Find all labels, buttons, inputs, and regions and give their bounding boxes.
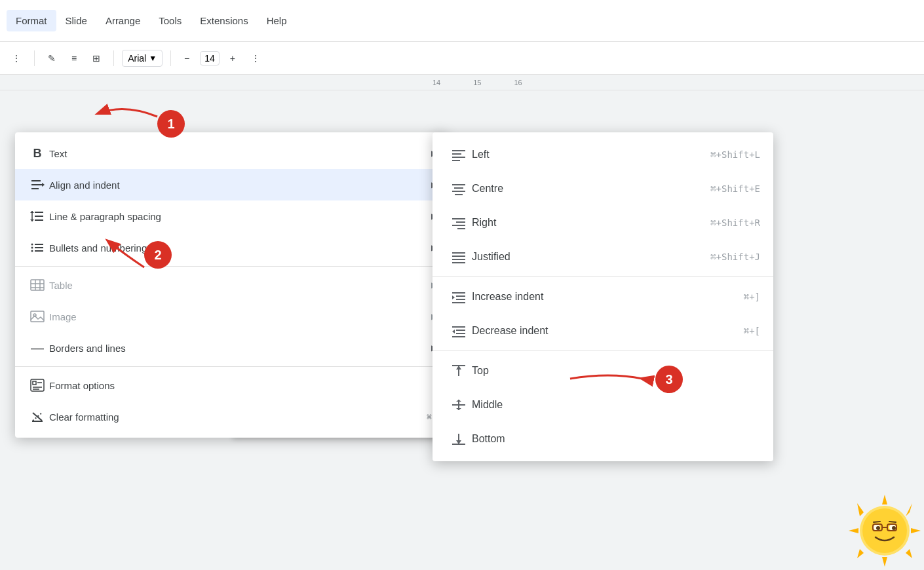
svg-marker-63 <box>456 408 461 410</box>
toolbar: ⋮ ✎ ≡ ⊞ Arial ▼ − 14 + ⋮ <box>0 42 924 75</box>
menu-item-borders[interactable]: — Borders and lines ▶ <box>15 332 448 364</box>
svg-marker-77 <box>906 549 912 558</box>
svg-rect-16 <box>31 280 44 290</box>
menu-item-bullets[interactable]: Bullets and numbering ▶ <box>15 232 448 263</box>
svg-line-87 <box>874 522 880 522</box>
menu-bar: Format Slide Arrange Tools Extensions He… <box>0 0 924 42</box>
submenu-item-increase-indent[interactable]: Increase indent ⌘+] <box>433 280 773 314</box>
separator-2 <box>15 366 448 367</box>
menu-arrange[interactable]: Arrange <box>96 10 149 31</box>
menu-tools[interactable]: Tools <box>149 10 191 31</box>
svg-marker-76 <box>857 549 864 558</box>
ruler-mark-15: 15 <box>473 79 481 86</box>
submenu-item-bottom[interactable]: Bottom <box>433 422 773 456</box>
font-size-value: 14 <box>204 53 215 64</box>
menu-borders-label: Borders and lines <box>49 343 426 354</box>
format-dropdown: B Text ▶ Align and indent ▶ <box>15 132 448 438</box>
menu-text-label: Text <box>49 148 426 159</box>
submenu-item-decrease-indent[interactable]: Decrease indent ⌘+[ <box>433 314 773 348</box>
submenu-sep-1 <box>433 276 773 277</box>
submenu-item-top[interactable]: Top <box>433 354 773 388</box>
submenu-item-right[interactable]: Right ⌘+Shift+R <box>433 206 773 240</box>
text-bold-icon: B <box>26 147 49 161</box>
font-size-display[interactable]: 14 <box>200 51 220 66</box>
svg-marker-71 <box>882 557 887 567</box>
spacing-icon <box>26 210 49 222</box>
svg-point-79 <box>862 508 907 553</box>
font-selector[interactable]: Arial ▼ <box>122 50 163 67</box>
menu-format-options-label: Format options <box>49 380 437 391</box>
toolbar-overflow-btn[interactable]: ⋮ <box>246 50 265 66</box>
svg-marker-51 <box>452 295 455 299</box>
toolbar-divider-2 <box>113 50 114 66</box>
toolbar-align-grid-btn[interactable]: ⊞ <box>87 50 106 66</box>
submenu-item-justified[interactable]: Justified ⌘+Shift+J <box>433 240 773 274</box>
svg-point-83 <box>892 526 896 530</box>
font-size-increase-btn[interactable]: + <box>225 50 241 66</box>
submenu-justified-label: Justified <box>472 251 710 263</box>
valign-middle-icon <box>446 398 472 411</box>
menu-slide[interactable]: Slide <box>56 10 96 31</box>
user-avatar <box>845 491 924 570</box>
submenu-decrease-indent-label: Decrease indent <box>472 325 744 337</box>
menu-clear-label: Clear formatting <box>49 411 421 423</box>
toolbar-paint-btn[interactable]: ✎ <box>43 50 61 66</box>
decrease-indent-icon <box>446 324 472 337</box>
menu-extensions[interactable]: Extensions <box>191 10 257 31</box>
menu-item-text[interactable]: B Text ▶ <box>15 138 448 169</box>
submenu-item-middle[interactable]: Middle <box>433 388 773 422</box>
svg-marker-56 <box>452 330 455 333</box>
svg-marker-73 <box>911 528 921 533</box>
submenu-justified-shortcut: ⌘+Shift+J <box>710 252 760 262</box>
toolbar-divider-1 <box>34 50 35 66</box>
menu-format[interactable]: Format <box>7 10 56 31</box>
submenu-increase-shortcut: ⌘+] <box>744 292 760 302</box>
ruler-mark-16: 16 <box>514 79 522 86</box>
font-name: Arial <box>128 53 146 64</box>
toolbar-align-left-btn[interactable]: ≡ <box>66 50 82 66</box>
menu-item-spacing[interactable]: Line & paragraph spacing ▶ <box>15 200 448 232</box>
borders-icon: — <box>26 341 49 356</box>
svg-point-12 <box>31 250 33 252</box>
submenu-centre-label: Centre <box>472 183 710 195</box>
svg-point-10 <box>31 244 33 246</box>
menu-item-clear-formatting[interactable]: Clear formatting ⌘\ <box>15 401 448 432</box>
menu-item-align[interactable]: Align and indent ▶ <box>15 169 448 200</box>
toolbar-more-btn[interactable]: ⋮ <box>7 50 26 66</box>
submenu-decrease-shortcut: ⌘+[ <box>744 326 760 336</box>
svg-marker-74 <box>857 503 864 516</box>
ruler: 14 15 16 <box>0 75 924 90</box>
submenu-bottom-label: Bottom <box>472 433 760 445</box>
font-size-decrease-btn[interactable]: − <box>179 50 195 66</box>
submenu-left-label: Left <box>472 149 710 161</box>
align-left-icon <box>446 148 472 161</box>
bullets-icon <box>26 242 49 254</box>
submenu-item-centre[interactable]: Centre ⌘+Shift+E <box>433 172 773 206</box>
submenu-right-label: Right <box>472 217 710 229</box>
svg-marker-9 <box>30 219 34 221</box>
svg-point-11 <box>31 247 33 249</box>
image-icon <box>26 311 49 322</box>
toolbar-divider-3 <box>170 50 171 66</box>
submenu-right-shortcut: ⌘+Shift+R <box>710 218 760 228</box>
submenu-sep-2 <box>433 351 773 351</box>
format-options-icon <box>26 379 49 392</box>
menu-item-table[interactable]: Table ▶ <box>15 269 448 301</box>
menu-bullets-label: Bullets and numbering <box>49 242 426 254</box>
svg-marker-8 <box>30 211 34 213</box>
menu-spacing-label: Line & paragraph spacing <box>49 211 426 222</box>
submenu-item-left[interactable]: Left ⌘+Shift+L <box>433 138 773 172</box>
menu-help[interactable]: Help <box>258 10 296 31</box>
submenu-increase-indent-label: Increase indent <box>472 291 744 303</box>
submenu-middle-label: Middle <box>472 399 760 411</box>
separator-1 <box>15 266 448 267</box>
menu-item-format-options[interactable]: Format options <box>15 370 448 401</box>
menu-item-image[interactable]: Image ▶ <box>15 301 448 332</box>
ruler-mark-14: 14 <box>433 79 440 86</box>
align-right-icon <box>446 216 472 229</box>
font-dropdown-icon[interactable]: ▼ <box>149 54 157 63</box>
menu-table-label: Table <box>49 280 426 291</box>
align-centre-icon <box>446 182 472 195</box>
submenu-left-shortcut: ⌘+Shift+L <box>710 149 760 160</box>
align-submenu: Left ⌘+Shift+L Centre ⌘+Shift+E <box>433 132 773 461</box>
